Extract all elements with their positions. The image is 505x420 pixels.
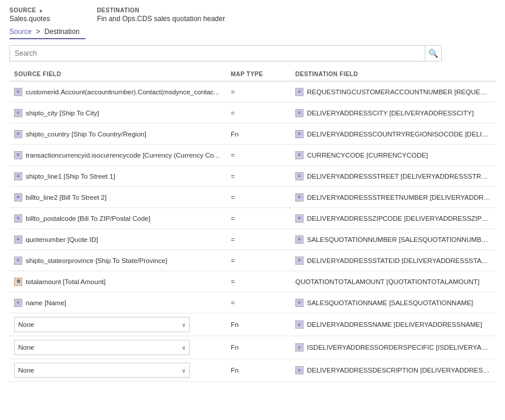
- dest-cell: ≡DELIVERYADDRESSZIPCODE [DELIVERYADDRESS…: [291, 211, 496, 226]
- dest-cell: ≡SALESQUOTATIONNUMBER [SALESQUOTATIONNUM…: [291, 232, 496, 247]
- map-type-cell: Fn: [226, 131, 291, 138]
- dest-field-icon: ≡: [295, 109, 303, 117]
- dest-field-icon: ≡: [295, 193, 303, 202]
- source-cell: ≡customerid.Account(accountnumber).Conta…: [9, 84, 226, 100]
- dest-field-text: SALESQUOTATIONNAME [SALESQUOTATIONNAME]: [307, 299, 473, 306]
- source-cell: ≡billto_postalcode [Bill To ZIP/Postal C…: [9, 211, 226, 226]
- source-cell: ≡shipto_city [Ship To City]: [9, 105, 226, 121]
- source-field-icon: ≡: [14, 257, 22, 265]
- filter-icon[interactable]: [39, 8, 45, 13]
- source-field-text: shipto_country [Ship To Country/Region]: [26, 131, 146, 138]
- dest-field-text: SALESQUOTATIONNUMBER [SALESQUOTATIONNUMB…: [307, 236, 491, 243]
- map-type-cell: =: [226, 173, 291, 180]
- search-input[interactable]: [9, 45, 425, 62]
- source-field-icon: ≡: [14, 109, 22, 117]
- source-field-text: customerid.Account(accountnumber).Contac…: [26, 88, 219, 95]
- source-dropdown[interactable]: None∨: [14, 317, 190, 332]
- dest-field-text: REQUESTINGCUSTOMERACCOUNTNUMBER [REQUEST…: [307, 88, 491, 95]
- dest-field-icon: ≡: [295, 130, 303, 138]
- table-row: ≡shipto_line1 [Ship To Street 1]=≡DELIVE…: [9, 166, 496, 187]
- dest-field-text: ISDELIVERYADDRESSORDERSPECIFIC [ISDELIVE…: [307, 344, 491, 351]
- table-row: ≡quotenumber [Quote ID]=≡SALESQUOTATIONN…: [9, 229, 496, 250]
- table-row: ≡billto_line2 [Bill To Street 2]=≡DELIVE…: [9, 187, 496, 208]
- table-row: ≡customerid.Account(accountnumber).Conta…: [9, 81, 496, 103]
- source-field-icon-special: ⚙: [14, 278, 22, 286]
- source-field-text: totalamount [Total Amount]: [26, 278, 105, 285]
- dest-field-icon: ≡: [295, 320, 303, 329]
- source-field-text: transactioncurrencyid.isocurrencycode [C…: [26, 152, 219, 159]
- source-cell: ≡quotenumber [Quote ID]: [9, 232, 226, 247]
- header: SOURCE Sales.quotes DESTINATION Fin and …: [0, 0, 505, 23]
- source-dropdown[interactable]: None∨: [14, 340, 190, 355]
- source-field-icon: ≡: [14, 214, 22, 223]
- dest-field-text: DELIVERYADDRESSSTREETNUMBER [DELIVERYADD…: [307, 194, 491, 201]
- destination-label: DESTINATION: [97, 7, 139, 13]
- dest-cell: ≡DELIVERYADDRESSSTREET [DELIVERYADDRESSS…: [291, 169, 496, 184]
- source-cell: ≡name [Name]: [9, 295, 226, 310]
- col-maptype-label: MAP TYPE: [226, 71, 291, 77]
- table-row: ≡transactioncurrencyid.isocurrencycode […: [9, 145, 496, 166]
- dest-cell: ≡DELIVERYADDRESSCOUNTRYREGIONISOCODE [DE…: [291, 127, 496, 142]
- dest-field-text: DELIVERYADDRESSSTATEID [DELIVERYADDRESSS…: [307, 257, 491, 264]
- source-dropdown[interactable]: None∨: [14, 363, 190, 378]
- source-label: SOURCE: [9, 7, 36, 13]
- dest-field-icon: ≡: [295, 343, 303, 351]
- dest-cell: ≡CURRENCYCODE [CURRENCYCODE]: [291, 148, 496, 163]
- dest-field-text: DELIVERYADDRESSSTREET [DELIVERYADDRESSST…: [307, 173, 491, 180]
- source-field-icon: ≡: [14, 193, 22, 202]
- breadcrumb-source[interactable]: Source: [9, 28, 32, 36]
- table-row: ≡shipto_country [Ship To Country/Region]…: [9, 124, 496, 145]
- source-field-text: shipto_stateorprovince [Ship To State/Pr…: [26, 257, 167, 264]
- dest-cell: ≡DELIVERYADDRESSDESCRIPTION [DELIVERYADD…: [291, 363, 496, 378]
- source-field-text: name [Name]: [26, 299, 66, 306]
- breadcrumb-destination: Destination: [45, 28, 80, 36]
- dest-cell: ≡SALESQUOTATIONNAME [SALESQUOTATIONNAME]: [291, 295, 496, 310]
- map-type-cell: =: [226, 236, 291, 243]
- dest-field-text: CURRENCYCODE [CURRENCYCODE]: [307, 152, 428, 159]
- table-row: None∨Fn≡DELIVERYADDRESSNAME [DELIVERYADD…: [9, 313, 496, 336]
- table-body: ≡customerid.Account(accountnumber).Conta…: [9, 81, 496, 382]
- source-cell: None∨: [9, 359, 226, 381]
- map-type-cell: Fn: [226, 321, 291, 328]
- source-field-text: billto_postalcode [Bill To ZIP/Postal Co…: [26, 215, 151, 222]
- col-source-label: SOURCE FIELD: [9, 71, 226, 77]
- map-type-cell: =: [226, 215, 291, 222]
- map-type-cell: =: [226, 110, 291, 117]
- dest-field-icon: ≡: [295, 151, 303, 159]
- dest-field-icon: ≡: [295, 88, 303, 96]
- dest-cell: ≡DELIVERYADDRESSSTATEID [DELIVERYADDRESS…: [291, 253, 496, 268]
- map-type-cell: =: [226, 299, 291, 306]
- destination-value: Fin and Ops.CDS sales quotation header: [97, 15, 225, 23]
- source-cell: ≡billto_line2 [Bill To Street 2]: [9, 190, 226, 205]
- dest-field-text: QUOTATIONTOTALAMOUNT [QUOTATIONTOTALAMOU…: [295, 278, 479, 285]
- dest-cell: QUOTATIONTOTALAMOUNT [QUOTATIONTOTALAMOU…: [291, 275, 496, 289]
- source-cell: None∨: [9, 313, 226, 336]
- source-cell: ≡shipto_country [Ship To Country/Region]: [9, 127, 226, 142]
- source-field-icon: ≡: [14, 130, 22, 138]
- dest-field-text: DELIVERYADDRESSCOUNTRYREGIONISOCODE [DEL…: [307, 131, 491, 138]
- dest-cell: ≡DELIVERYADDRESSSTREETNUMBER [DELIVERYAD…: [291, 190, 496, 205]
- search-button[interactable]: 🔍: [425, 45, 442, 62]
- source-field-icon: ≡: [14, 88, 22, 96]
- dest-field-text: DELIVERYADDRESSCITY [DELIVERYADDRESSCITY…: [307, 110, 474, 117]
- source-cell: None∨: [9, 336, 226, 358]
- dest-field-text: DELIVERYADDRESSNAME [DELIVERYADDRESSNAME…: [307, 321, 482, 328]
- breadcrumb: Source > Destination: [0, 23, 505, 36]
- table-row: ⚙totalamount [Total Amount]=QUOTATIONTOT…: [9, 271, 496, 292]
- dest-field-icon: ≡: [295, 366, 303, 374]
- dest-cell: ≡DELIVERYADDRESSCITY [DELIVERYADDRESSCIT…: [291, 105, 496, 121]
- map-type-cell: =: [226, 194, 291, 201]
- search-bar: 🔍: [0, 39, 505, 67]
- source-cell: ⚙totalamount [Total Amount]: [9, 274, 226, 289]
- map-type-cell: =: [226, 278, 291, 285]
- source-cell: ≡shipto_line1 [Ship To Street 1]: [9, 169, 226, 184]
- table-row: ≡billto_postalcode [Bill To ZIP/Postal C…: [9, 208, 496, 229]
- source-field-icon: ≡: [14, 151, 22, 159]
- destination-header: DESTINATION Fin and Ops.CDS sales quotat…: [97, 7, 225, 23]
- dest-field-icon: ≡: [295, 172, 303, 180]
- table-row: None∨Fn≡ISDELIVERYADDRESSORDERSPECIFIC […: [9, 336, 496, 359]
- dest-field-text: DELIVERYADDRESSDESCRIPTION [DELIVERYADDR…: [307, 367, 491, 374]
- table-container: SOURCE FIELD MAP TYPE DESTINATION FIELD …: [0, 67, 505, 382]
- source-field-text: shipto_line1 [Ship To Street 1]: [26, 173, 115, 180]
- source-cell: ≡transactioncurrencyid.isocurrencycode […: [9, 148, 226, 163]
